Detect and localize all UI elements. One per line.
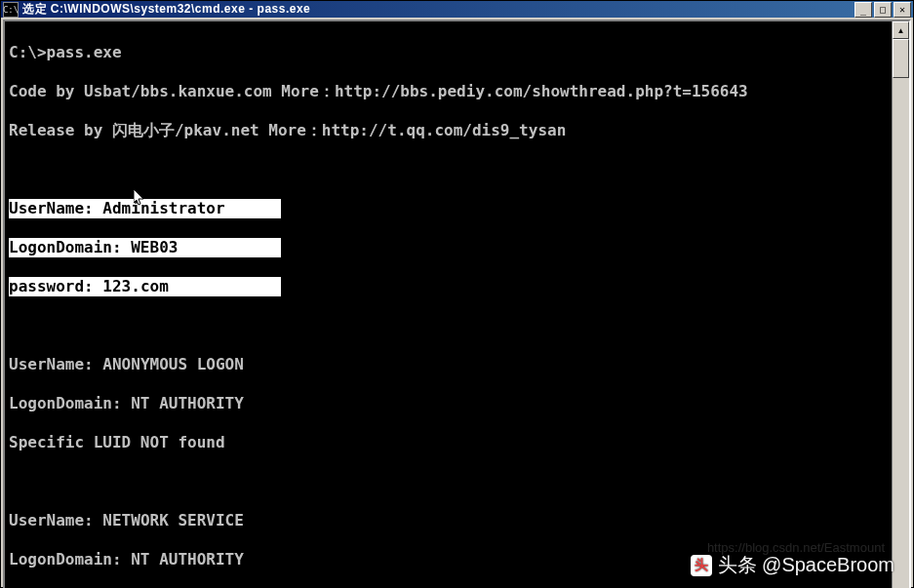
username-line: UserName: Administrator bbox=[9, 199, 225, 218]
username-line: UserName: NETWORK SERVICE bbox=[9, 511, 888, 530]
minimize-button[interactable]: _ bbox=[854, 2, 872, 18]
window-title: 选定 C:\WINDOWS\system32\cmd.exe - pass.ex… bbox=[22, 1, 854, 18]
prompt-line: C:\>pass.exe bbox=[9, 43, 888, 62]
client-area: C:\>pass.exe Code by Usbat/bbs.kanxue.co… bbox=[3, 20, 911, 588]
titlebar[interactable]: C:\ 选定 C:\WINDOWS\system32\cmd.exe - pas… bbox=[1, 1, 913, 18]
close-button[interactable]: ✕ bbox=[894, 2, 911, 18]
watermark: 头 头条 @SpaceBroom bbox=[691, 552, 894, 578]
vertical-scrollbar[interactable]: ▲ ▼ bbox=[892, 21, 909, 588]
toutiao-icon: 头 bbox=[691, 555, 712, 576]
logondomain-line: LogonDomain: WEB03 bbox=[9, 238, 178, 257]
maximize-button[interactable]: □ bbox=[874, 2, 892, 18]
scroll-up-button[interactable]: ▲ bbox=[893, 21, 909, 39]
window-controls: _ □ ✕ bbox=[854, 2, 911, 18]
password-line: password: 123.com bbox=[9, 277, 169, 296]
credit-line-1: Code by Usbat/bbs.kanxue.com More：http:/… bbox=[9, 82, 888, 101]
cmd-icon: C:\ bbox=[3, 2, 19, 18]
scroll-track[interactable] bbox=[893, 39, 909, 588]
luid-note: Specific LUID NOT found bbox=[9, 433, 888, 452]
logondomain-line: LogonDomain: NT AUTHORITY bbox=[9, 394, 888, 413]
scroll-thumb[interactable] bbox=[893, 39, 909, 78]
watermark-text: 头条 @SpaceBroom bbox=[718, 552, 894, 578]
username-line: UserName: ANONYMOUS LOGON bbox=[9, 355, 888, 374]
cmd-window: C:\ 选定 C:\WINDOWS\system32\cmd.exe - pas… bbox=[0, 0, 914, 588]
terminal-output[interactable]: C:\>pass.exe Code by Usbat/bbs.kanxue.co… bbox=[5, 21, 892, 588]
credit-line-2: Release by 闪电小子/pkav.net More：http://t.q… bbox=[9, 121, 888, 140]
